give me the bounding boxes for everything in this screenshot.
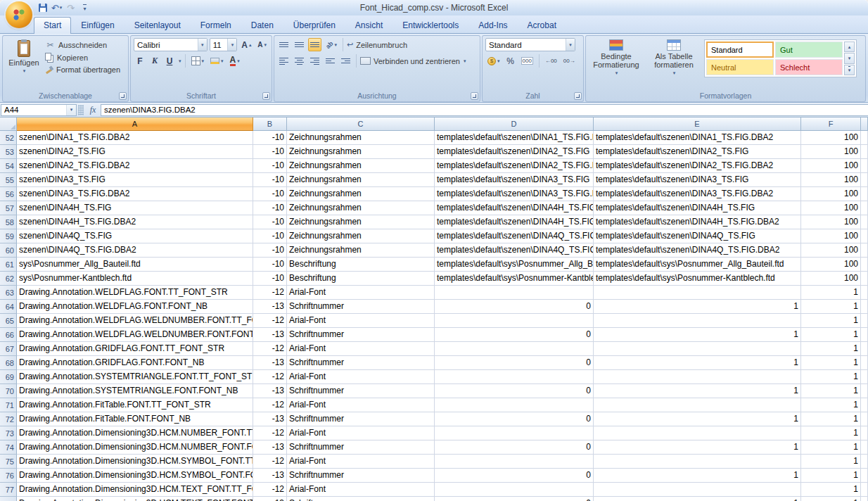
cell-c65[interactable]: Arial-Font [287,314,435,328]
row-header-56[interactable]: 56 [0,187,17,201]
column-header-e[interactable]: E [594,118,801,131]
cell-f74[interactable]: 1 [801,440,861,455]
cell-f61[interactable]: 100 [801,258,861,272]
font-size-select[interactable]: 11 ▾ [210,38,238,51]
office-button[interactable] [6,1,32,28]
cell-b56[interactable]: -10 [253,187,287,201]
grow-font-button[interactable]: A▴ [239,38,253,51]
tab-einfügen[interactable]: Einfügen [71,17,124,34]
cell-a69[interactable]: Drawing.Annotation.SYSTEMTRIANGLE.FONT.T… [17,370,253,384]
cell-e77[interactable] [594,483,801,497]
cell-style-standard[interactable]: Standard [706,42,774,58]
cell-c73[interactable]: Arial-Font [287,426,435,440]
cell-a72[interactable]: Drawing.Annotation.FitTable.FONT.FONT_NB [17,412,253,426]
tab-acrobat[interactable]: Acrobat [518,17,566,34]
row-header-61[interactable]: 61 [0,258,17,272]
cell-f64[interactable]: 1 [801,300,861,314]
cell-d66[interactable]: 0 [435,328,594,342]
cell-f52[interactable]: 100 [801,131,861,145]
tab-add-ins[interactable]: Add-Ins [468,17,517,34]
cell-overflow[interactable] [861,356,868,370]
cell-a52[interactable]: szenen\DINA1_TS.FIG.DBA2 [17,131,253,145]
underline-dropdown-icon[interactable]: ▾ [179,58,181,64]
cell-b73[interactable]: -12 [253,426,287,440]
cell-d56[interactable]: templates\default\szenen\DINA3_TS.FIG.DB… [435,187,594,201]
cell-style-schlecht[interactable]: Schlecht [775,59,843,75]
format-as-table-button[interactable]: Als Tabelle formatieren ▾ [646,38,701,76]
cell-b57[interactable]: -10 [253,201,287,215]
cell-b68[interactable]: -13 [253,356,287,370]
cell-d71[interactable] [435,398,594,412]
cell-overflow[interactable] [861,398,868,412]
cell-b54[interactable]: -10 [253,159,287,173]
cell-b72[interactable]: -13 [253,412,287,426]
cell-d76[interactable]: 0 [435,469,594,483]
cell-a65[interactable]: Drawing.Annotation.WELDFLAG.WELDNUMBER.F… [17,314,253,328]
align-right-button[interactable] [308,54,321,68]
row-header-71[interactable]: 71 [0,398,17,412]
cell-e57[interactable]: templates\default\szenen\DINA4H_TS.FIG [594,201,801,215]
dialog-launcher-icon[interactable] [471,92,478,100]
cell-e59[interactable]: templates\default\szenen\DINA4Q_TS.FIG [594,229,801,243]
tab-seitenlayout[interactable]: Seitenlayout [125,17,191,34]
cell-b65[interactable]: -12 [253,314,287,328]
select-all-button[interactable] [0,118,17,131]
cell-a59[interactable]: szenen\DINA4Q_TS.FIG [17,229,253,243]
increase-indent-button[interactable] [339,54,352,68]
cell-overflow[interactable] [861,455,868,469]
tab-start[interactable]: Start [34,17,71,34]
column-header-partial[interactable] [861,118,868,131]
copy-button[interactable]: Kopieren [45,53,120,63]
cell-f66[interactable]: 1 [801,328,861,342]
cell-overflow[interactable] [861,229,868,243]
row-header-69[interactable]: 69 [0,370,17,384]
cell-a56[interactable]: szenen\DINA3_TS.FIG.DBA2 [17,187,253,201]
cell-e73[interactable] [594,426,801,440]
column-header-f[interactable]: F [801,118,861,131]
undo-button[interactable]: ↶ ▾ [51,1,63,14]
cell-d65[interactable] [435,314,594,328]
cell-a53[interactable]: szenen\DINA2_TS.FIG [17,145,253,159]
cell-b64[interactable]: -13 [253,300,287,314]
row-header-57[interactable]: 57 [0,201,17,215]
paste-button[interactable]: Einfügen ▾ [6,38,42,90]
row-header-62[interactable]: 62 [0,272,17,286]
cell-b78[interactable]: -13 [253,497,287,501]
format-painter-button[interactable]: Format übertragen [45,65,120,74]
cell-c78[interactable]: Schriftnummer [287,497,435,501]
dialog-launcher-icon[interactable] [119,92,127,100]
cell-a66[interactable]: Drawing.Annotation.WELDFLAG.WELDNUMBER.F… [17,328,253,342]
orientation-button[interactable]: ab ▾ [324,38,339,51]
cell-f54[interactable]: 100 [801,159,861,173]
cell-e61[interactable]: templates\default\sys\Posnummer_Allg_Bau… [594,258,801,272]
cell-f62[interactable]: 100 [801,272,861,286]
cell-overflow[interactable] [861,215,868,229]
column-header-a[interactable]: A [17,118,253,131]
cell-b52[interactable]: -10 [253,131,287,145]
cell-d64[interactable]: 0 [435,300,594,314]
cell-e76[interactable]: 1 [594,469,801,483]
row-header-70[interactable]: 70 [0,384,17,398]
formula-input[interactable]: szenen\DINA3.FIG.DBA2 [101,104,868,116]
cell-b60[interactable]: -10 [253,243,287,258]
cell-f59[interactable]: 100 [801,229,861,243]
align-bottom-button[interactable] [308,38,321,51]
cell-e60[interactable]: templates\default\szenen\DINA4Q_TS.FIG.D… [594,243,801,258]
tab-überprüfen[interactable]: Überprüfen [283,17,345,34]
bold-button[interactable]: F [134,54,146,68]
conditional-formatting-button[interactable]: Bedingte Formatierung ▾ [589,38,644,76]
dialog-launcher-icon[interactable] [574,92,582,100]
cell-f67[interactable]: 1 [801,342,861,356]
cell-overflow[interactable] [861,342,868,356]
shrink-font-button[interactable]: A▾ [255,38,269,51]
cell-b75[interactable]: -12 [253,455,287,469]
cell-b58[interactable]: -10 [253,215,287,229]
cell-f68[interactable]: 1 [801,356,861,370]
cell-c58[interactable]: Zeichnungsrahmen [287,215,435,229]
row-header-66[interactable]: 66 [0,328,17,342]
cell-e56[interactable]: templates\default\szenen\DINA3_TS.FIG.DB… [594,187,801,201]
accounting-format-button[interactable]: $ ▾ [485,54,502,68]
cell-c68[interactable]: Schriftnummer [287,356,435,370]
cell-f69[interactable]: 1 [801,370,861,384]
cell-c71[interactable]: Arial-Font [287,398,435,412]
